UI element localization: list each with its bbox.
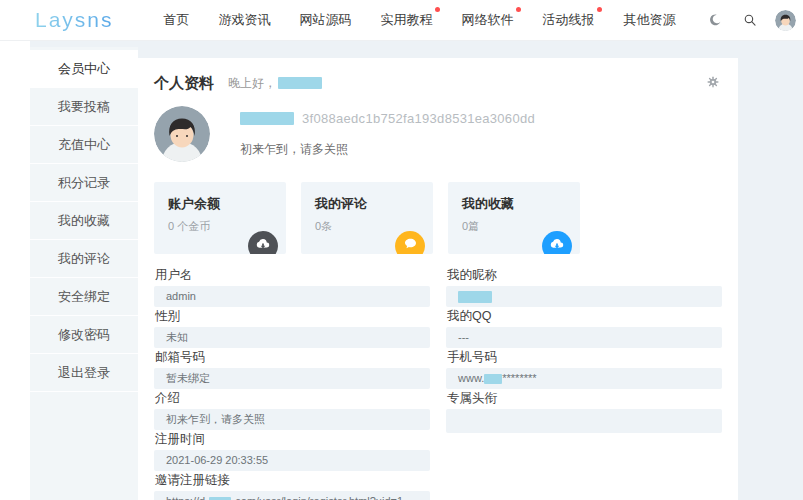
profile-summary: 3f088aedc1b752fa193d8531ea3060dd 初来乍到，请多… xyxy=(154,106,722,162)
user-avatar[interactable] xyxy=(775,10,796,31)
field-value: 未知 xyxy=(166,327,188,348)
field-label: 手机号码 xyxy=(447,350,722,364)
field-label: 我的昵称 xyxy=(447,268,722,282)
settings-button[interactable] xyxy=(706,75,720,93)
user-hash: 3f088aedc1b752fa193d8531ea3060dd xyxy=(302,111,535,126)
nav-item-label: 网络软件 xyxy=(462,12,514,27)
sidebar-item-logout[interactable]: 退出登录 xyxy=(30,354,138,392)
redacted-phone xyxy=(484,374,502,384)
sidebar-item-comments[interactable]: 我的评论 xyxy=(30,240,138,278)
comments-card[interactable]: 我的评论 0条 xyxy=(301,182,433,254)
gear-icon xyxy=(706,75,720,89)
field-label: 性别 xyxy=(155,309,430,323)
profile-panel: 个人资料 晚上好， xyxy=(138,58,738,500)
sidebar-item-password[interactable]: 修改密码 xyxy=(30,316,138,354)
form-field: 我的QQ --- xyxy=(446,309,722,348)
nav-item-home[interactable]: 首页 xyxy=(164,11,190,29)
form-field: 邮箱号码 暂未绑定 xyxy=(154,350,430,389)
field-label: 介绍 xyxy=(155,391,430,405)
navbar-actions xyxy=(705,10,796,31)
field-label: 邀请注册链接 xyxy=(155,473,430,487)
nav-item-tutorials[interactable]: 实用教程 xyxy=(381,11,433,29)
moon-icon xyxy=(708,13,722,27)
nav-item-game-news[interactable]: 游戏资讯 xyxy=(219,11,271,29)
profile-avatar[interactable] xyxy=(154,106,210,162)
nav-item-label: 实用教程 xyxy=(381,12,433,27)
card-title: 我的收藏 xyxy=(462,195,580,213)
field-label: 注册时间 xyxy=(155,432,430,446)
form-field: 性别 未知 xyxy=(154,309,430,348)
balance-card[interactable]: 账户余额 0 个金币 xyxy=(154,182,286,254)
form-field: 邀请注册链接 https://d. .com/user/login/regist… xyxy=(154,473,430,500)
sidebar-item-recharge[interactable]: 充值中心 xyxy=(30,126,138,164)
user-bio: 初来乍到，请多关照 xyxy=(240,141,535,158)
sidebar: 会员中心 我要投稿 充值中心 积分记录 我的收藏 我的评论 安全绑定 修改密码 … xyxy=(30,47,138,500)
form-field: 注册时间 2021-06-29 20:33:55 xyxy=(154,432,430,471)
site-logo[interactable]: Laysns xyxy=(35,8,114,32)
field-label: 用户名 xyxy=(155,268,430,282)
sidebar-item-submit[interactable]: 我要投稿 xyxy=(30,88,138,126)
field-value: 初来乍到，请多关照 xyxy=(166,409,265,430)
nav-item-label: 活动线报 xyxy=(543,12,595,27)
search-button[interactable] xyxy=(740,10,760,30)
form-field: 手机号码 www. ******** xyxy=(446,350,722,389)
field-value: 暂未绑定 xyxy=(166,368,210,389)
field-value: 2021-06-29 20:33:55 xyxy=(166,450,268,471)
sidebar-item-security[interactable]: 安全绑定 xyxy=(30,278,138,316)
hot-badge xyxy=(597,7,602,12)
register-time-input[interactable]: 2021-06-29 20:33:55 xyxy=(154,450,430,471)
nav-item-site-source[interactable]: 网站源码 xyxy=(300,11,352,29)
search-icon xyxy=(743,13,757,27)
left-gutter xyxy=(0,41,30,500)
field-label: 专属头衔 xyxy=(447,391,722,405)
nav-item-other[interactable]: 其他资源 xyxy=(624,11,676,29)
field-value: admin xyxy=(166,286,196,307)
cloud-download-icon xyxy=(542,231,572,254)
sidebar-item-points[interactable]: 积分记录 xyxy=(30,164,138,202)
profile-form: 用户名 admin 性别 未知 邮箱号码 暂未绑定 介绍 初来乍到，请多关照 注… xyxy=(154,268,722,500)
comment-icon xyxy=(395,231,425,254)
form-column-left: 用户名 admin 性别 未知 邮箱号码 暂未绑定 介绍 初来乍到，请多关照 注… xyxy=(154,268,430,500)
redacted-username xyxy=(278,77,322,89)
nav-item-activity[interactable]: 活动线报 xyxy=(543,11,595,29)
nav-item-software[interactable]: 网络软件 xyxy=(462,11,514,29)
profile-info: 3f088aedc1b752fa193d8531ea3060dd 初来乍到，请多… xyxy=(240,106,535,162)
phone-input[interactable]: www. ******** xyxy=(446,368,722,389)
field-label: 我的QQ xyxy=(447,309,722,323)
avatar-image xyxy=(154,106,210,162)
greeting-label: 晚上好， xyxy=(228,75,276,92)
intro-input[interactable]: 初来乍到，请多关照 xyxy=(154,409,430,430)
field-label: 邮箱号码 xyxy=(155,350,430,364)
gender-input[interactable]: 未知 xyxy=(154,327,430,348)
form-field: 用户名 admin xyxy=(154,268,430,307)
main-menu: 首页 游戏资讯 网站源码 实用教程 网络软件 活动线报 其他资源 xyxy=(164,11,705,29)
form-field: 我的昵称 xyxy=(446,268,722,307)
favorites-card[interactable]: 我的收藏 0篇 xyxy=(448,182,580,254)
redacted-domain xyxy=(209,497,231,500)
sidebar-item-favorites[interactable]: 我的收藏 xyxy=(30,202,138,240)
page-title: 个人资料 xyxy=(154,74,214,93)
field-value: .com/user/login/register.html?uid=1 xyxy=(232,491,403,500)
panel-header: 个人资料 晚上好， xyxy=(154,72,722,94)
stat-cards: 账户余额 0 个金币 我的评论 0条 我的收藏 0篇 xyxy=(154,182,722,254)
qq-input[interactable]: --- xyxy=(446,327,722,348)
sidebar-item-member-center[interactable]: 会员中心 xyxy=(30,50,138,88)
hot-badge xyxy=(435,7,440,12)
greeting-text: 晚上好， xyxy=(228,75,322,92)
form-column-right: 我的昵称 我的QQ --- 手机号码 www. ******** 专属头衔 xyxy=(446,268,722,500)
nickname-input[interactable] xyxy=(446,286,722,307)
cloud-download-icon xyxy=(248,231,278,254)
hot-badge xyxy=(516,7,521,12)
form-field: 介绍 初来乍到，请多关照 xyxy=(154,391,430,430)
form-field: 专属头衔 xyxy=(446,391,722,433)
field-value: https://d. xyxy=(166,491,208,500)
invite-link-input[interactable]: https://d. .com/user/login/register.html… xyxy=(154,491,430,500)
card-title: 我的评论 xyxy=(315,195,433,213)
dark-mode-toggle[interactable] xyxy=(705,10,725,30)
field-value: www. xyxy=(458,368,484,389)
title-input[interactable] xyxy=(446,409,722,433)
avatar-image xyxy=(775,10,796,31)
field-value: --- xyxy=(458,327,469,348)
email-input[interactable]: 暂未绑定 xyxy=(154,368,430,389)
username-input[interactable]: admin xyxy=(154,286,430,307)
